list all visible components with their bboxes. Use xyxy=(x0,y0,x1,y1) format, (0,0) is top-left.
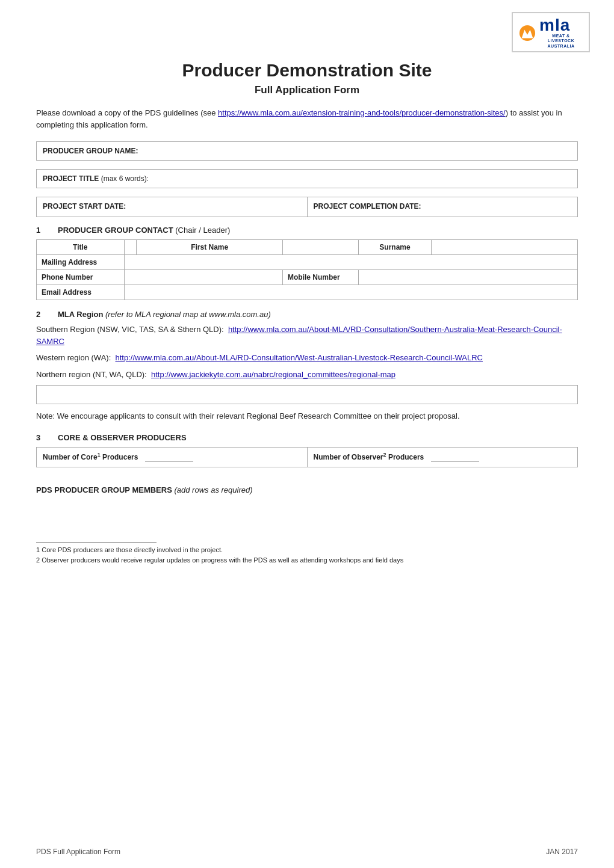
mla-logo-icon xyxy=(519,19,536,48)
section2-heading: 2 MLA Region (refer to MLA regional map … xyxy=(36,310,578,319)
section2-title: MLA Region xyxy=(58,310,103,319)
footer-right: JAN 2017 xyxy=(546,848,578,856)
project-title-label: PROJECT TITLE xyxy=(43,174,99,183)
col-header-title: Title xyxy=(37,240,125,255)
footnote-2-text: Observer producers would receive regular… xyxy=(42,556,403,564)
footnote-2: 2 Observer producers would receive regul… xyxy=(36,556,578,565)
main-title: Producer Demonstration Site xyxy=(36,24,578,81)
section1-hint: (Chair / Leader) xyxy=(175,226,230,235)
northern-region-label: Northern region (NT, WA, QLD): xyxy=(36,370,147,379)
footnote-1: 1 Core PDS producers are those directly … xyxy=(36,546,578,555)
section2-num: 2 xyxy=(36,310,58,319)
project-completion-date-label: PROJECT COMPLETION DATE: xyxy=(314,202,421,211)
email-address-value[interactable] xyxy=(124,285,577,300)
pds-group-label: PDS PRODUCER GROUP MEMBERS xyxy=(36,485,172,494)
core-producers-suffix: Producers xyxy=(101,453,138,461)
region-input-box[interactable] xyxy=(36,385,578,404)
southern-region-para: Southern Region (NSW, VIC, TAS, SA & Sth… xyxy=(36,324,578,347)
logo-letters: mla xyxy=(539,17,570,34)
observer-producers-field[interactable]: Number of Observer2 Producers xyxy=(308,448,578,467)
pds-group-heading: PDS PRODUCER GROUP MEMBERS (add rows as … xyxy=(36,485,578,494)
section3-heading: 3 CORE & OBSERVER PRODUCERS xyxy=(36,433,578,442)
core-producers-label: Number of Core xyxy=(43,453,98,461)
region-note: Note: We encourage applicants to consult… xyxy=(36,410,578,422)
footnote-1-text: Core PDS producers are those directly in… xyxy=(42,546,223,553)
pds-group-hint: (add rows as required) xyxy=(174,485,252,494)
mobile-number-label: Mobile Number xyxy=(283,270,359,285)
footnote-divider xyxy=(36,543,157,543)
western-region-label: Western region (WA): xyxy=(36,353,111,362)
core-observer-box: Number of Core1 Producers Number of Obse… xyxy=(36,447,578,467)
section3-title: CORE & OBSERVER PRODUCERS xyxy=(58,433,187,442)
mobile-number-value[interactable] xyxy=(358,270,577,285)
observer-producers-suffix: Producers xyxy=(386,453,424,461)
southern-region-label: Southern Region (NSW, VIC, TAS, SA & Sth… xyxy=(36,325,224,334)
section1-title: PRODUCER GROUP CONTACT xyxy=(58,226,173,235)
observer-producers-label: Number of Observer xyxy=(314,453,383,461)
footnote-1-num: 1 xyxy=(36,546,42,553)
project-title-field[interactable]: PROJECT TITLE (max 6 words): xyxy=(36,169,578,188)
project-start-date-field[interactable]: PROJECT START DATE: xyxy=(37,197,308,217)
svg-point-0 xyxy=(519,25,535,41)
western-region-para: Western region (WA): http://www.mla.com.… xyxy=(36,352,578,364)
western-region-link[interactable]: http://www.mla.com.au/About-MLA/RD-Consu… xyxy=(116,353,483,362)
footer-left: PDS Full Application Form xyxy=(36,848,120,856)
phone-number-value[interactable] xyxy=(124,270,282,285)
logo-tagline: MEAT & LIVESTOCK AUSTRALIA xyxy=(539,34,583,49)
sub-title: Full Application Form xyxy=(36,84,578,96)
core-producers-value[interactable] xyxy=(145,453,193,462)
northern-region-link[interactable]: http://www.jackiekyte.com.au/nabrc/regio… xyxy=(151,370,395,379)
producer-group-name-label: PRODUCER GROUP NAME: xyxy=(43,147,138,155)
project-start-date-label: PROJECT START DATE: xyxy=(43,202,126,211)
col-header-surname: Surname xyxy=(358,240,431,255)
section2-italic: (refer to MLA regional map at www.mla.co… xyxy=(105,310,271,319)
section3-num: 3 xyxy=(36,433,58,442)
email-address-label: Email Address xyxy=(37,285,125,300)
mailing-address-label: Mailing Address xyxy=(37,255,125,270)
intro-paragraph: Please download a copy of the PDS guidel… xyxy=(36,107,578,131)
observer-producers-value[interactable] xyxy=(431,453,479,462)
pds-guidelines-link[interactable]: https://www.mla.com.au/extension-trainin… xyxy=(218,108,506,117)
project-title-hint: (max 6 words): xyxy=(99,174,149,183)
core-producers-field[interactable]: Number of Core1 Producers xyxy=(37,448,308,467)
col-header-firstname: First Name xyxy=(137,240,283,255)
phone-number-label: Phone Number xyxy=(37,270,125,285)
logo-container: mla MEAT & LIVESTOCK AUSTRALIA xyxy=(512,12,590,52)
section1-heading: 1 PRODUCER GROUP CONTACT (Chair / Leader… xyxy=(36,226,578,235)
northern-region-para: Northern region (NT, WA, QLD): http://ww… xyxy=(36,369,578,381)
project-completion-date-field[interactable]: PROJECT COMPLETION DATE: xyxy=(308,197,578,217)
footnote-2-num: 2 xyxy=(36,556,42,564)
mailing-address-value[interactable] xyxy=(124,255,577,270)
section1-num: 1 xyxy=(36,226,58,235)
project-dates-box: PROJECT START DATE: PROJECT COMPLETION D… xyxy=(36,197,578,217)
page-footer: PDS Full Application Form JAN 2017 xyxy=(36,848,578,856)
intro-text-before: Please download a copy of the PDS guidel… xyxy=(36,108,218,117)
producer-group-name-field[interactable]: PRODUCER GROUP NAME: xyxy=(36,141,578,161)
contact-table: Title First Name Surname Mailing Address… xyxy=(36,239,578,300)
